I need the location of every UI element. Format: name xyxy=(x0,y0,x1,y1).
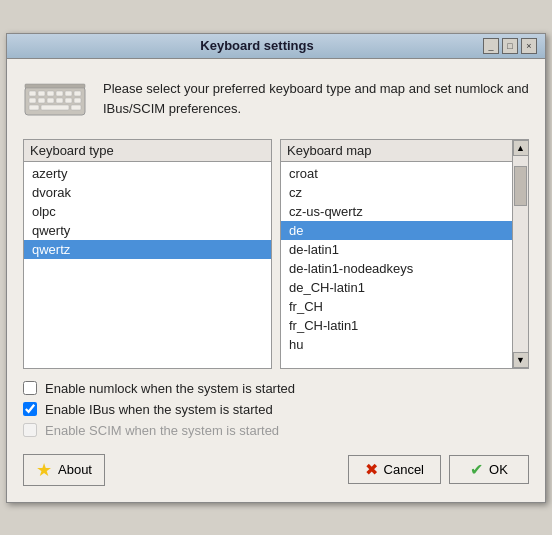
keyboard-map-panel: Keyboard map croatczcz-us-qwertzdede-lat… xyxy=(280,139,529,369)
ibus-checkbox[interactable] xyxy=(23,402,37,416)
svg-rect-16 xyxy=(25,84,85,88)
numlock-row: Enable numlock when the system is starte… xyxy=(23,381,529,396)
list-item[interactable]: de-latin1 xyxy=(281,240,512,259)
scroll-thumb[interactable] xyxy=(514,166,527,206)
svg-rect-12 xyxy=(74,98,81,103)
svg-rect-13 xyxy=(41,105,69,110)
title-bar-controls: _ □ × xyxy=(483,38,537,54)
main-content: Please select your preferred keyboard ty… xyxy=(7,59,545,502)
minimize-button[interactable]: _ xyxy=(483,38,499,54)
svg-rect-11 xyxy=(65,98,72,103)
keyboard-type-panel: Keyboard type azertydvorakolpcqwertyqwer… xyxy=(23,139,272,369)
scroll-up-arrow[interactable]: ▲ xyxy=(513,140,529,156)
list-item[interactable]: de-latin1-nodeadkeys xyxy=(281,259,512,278)
svg-rect-15 xyxy=(71,105,81,110)
ok-icon: ✔ xyxy=(470,460,483,479)
svg-rect-2 xyxy=(38,91,45,96)
svg-rect-9 xyxy=(47,98,54,103)
star-icon: ★ xyxy=(36,459,52,481)
keyboard-map-inner: Keyboard map croatczcz-us-qwertzdede-lat… xyxy=(281,140,512,368)
svg-rect-4 xyxy=(56,91,63,96)
keyboard-image-icon xyxy=(23,79,87,119)
keyboard-map-header: Keyboard map xyxy=(281,140,512,162)
ibus-row: Enable IBus when the system is started xyxy=(23,402,529,417)
list-item[interactable]: cz-us-qwertz xyxy=(281,202,512,221)
list-item[interactable]: croat xyxy=(281,164,512,183)
about-button[interactable]: ★ About xyxy=(23,454,105,486)
svg-rect-3 xyxy=(47,91,54,96)
lists-row: Keyboard type azertydvorakolpcqwertyqwer… xyxy=(23,139,529,369)
svg-rect-6 xyxy=(74,91,81,96)
numlock-checkbox[interactable] xyxy=(23,381,37,395)
window-title: Keyboard settings xyxy=(31,38,483,53)
list-item[interactable]: de_CH-latin1 xyxy=(281,278,512,297)
maximize-button[interactable]: □ xyxy=(502,38,518,54)
scim-row: Enable SCIM when the system is started xyxy=(23,423,529,438)
cancel-label: Cancel xyxy=(384,462,424,477)
about-label: About xyxy=(58,462,92,477)
list-item[interactable]: dvorak xyxy=(24,183,271,202)
list-item[interactable]: de xyxy=(281,221,512,240)
svg-rect-7 xyxy=(29,98,36,103)
svg-rect-5 xyxy=(65,91,72,96)
right-buttons: ✖ Cancel ✔ OK xyxy=(348,455,529,484)
svg-rect-1 xyxy=(29,91,36,96)
list-item[interactable]: qwertz xyxy=(24,240,271,259)
svg-rect-8 xyxy=(38,98,45,103)
keyboard-type-header: Keyboard type xyxy=(24,140,271,162)
title-bar: Keyboard settings _ □ × xyxy=(7,34,545,59)
list-item[interactable]: qwerty xyxy=(24,221,271,240)
numlock-label: Enable numlock when the system is starte… xyxy=(45,381,295,396)
keyboard-type-list[interactable]: azertydvorakolpcqwertyqwertz xyxy=(24,162,271,368)
ok-button[interactable]: ✔ OK xyxy=(449,455,529,484)
scroll-track[interactable] xyxy=(513,156,528,352)
svg-rect-10 xyxy=(56,98,63,103)
keyboard-map-list[interactable]: croatczcz-us-qwertzdede-latin1de-latin1-… xyxy=(281,162,512,368)
scim-checkbox[interactable] xyxy=(23,423,37,437)
buttons-row: ★ About ✖ Cancel ✔ OK xyxy=(23,454,529,486)
header-area: Please select your preferred keyboard ty… xyxy=(23,75,529,127)
close-button[interactable]: × xyxy=(521,38,537,54)
keyboard-map-scrollbar: ▲ ▼ xyxy=(512,140,528,368)
svg-rect-14 xyxy=(29,105,39,110)
checkboxes-section: Enable numlock when the system is starte… xyxy=(23,381,529,438)
list-item[interactable]: fr_CH-latin1 xyxy=(281,316,512,335)
list-item[interactable]: fr_CH xyxy=(281,297,512,316)
cancel-icon: ✖ xyxy=(365,460,378,479)
list-item[interactable]: olpc xyxy=(24,202,271,221)
list-item[interactable]: hu xyxy=(281,335,512,354)
scroll-down-arrow[interactable]: ▼ xyxy=(513,352,529,368)
ibus-label: Enable IBus when the system is started xyxy=(45,402,273,417)
scim-label: Enable SCIM when the system is started xyxy=(45,423,279,438)
header-description: Please select your preferred keyboard ty… xyxy=(103,79,529,118)
ok-label: OK xyxy=(489,462,508,477)
list-item[interactable]: azerty xyxy=(24,164,271,183)
list-item[interactable]: cz xyxy=(281,183,512,202)
cancel-button[interactable]: ✖ Cancel xyxy=(348,455,441,484)
keyboard-settings-window: Keyboard settings _ □ × xyxy=(6,33,546,503)
